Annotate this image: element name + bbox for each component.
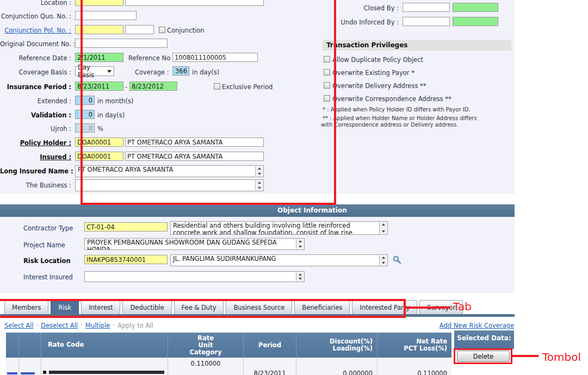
- risk-location-label: Risk Location: [23, 257, 71, 265]
- interest-insured-label: Interest Insured: [23, 273, 73, 281]
- annotation-box-tabs: [0, 299, 406, 318]
- overwrite-existing-payor-label: Overwrite Existing Payor *: [332, 69, 414, 77]
- contractor-type-code-input[interactable]: [84, 222, 168, 232]
- table-row-period-cell: 8/23/2011: [244, 358, 296, 375]
- annotation-box-form: [81, 0, 336, 205]
- rate-unit-category-value: 0.110000: [191, 360, 221, 367]
- object-information-panel: Contractor Type Residential and others b…: [0, 217, 515, 293]
- table-row-action-cell[interactable]: [19, 358, 41, 375]
- scroll-spinner-icon[interactable]: [296, 272, 304, 281]
- insured-link[interactable]: Insured: [0, 153, 71, 161]
- closed-by-date-box: [453, 3, 498, 12]
- conjunction-pol-no-link[interactable]: Conjunction Pol. No.: [0, 27, 71, 34]
- reference-date-label: Reference Date: [0, 54, 71, 62]
- loading-header-line: Loading(%): [296, 345, 373, 352]
- table-row-rate-unit-category-cell: 0.110000: [168, 358, 244, 375]
- scroll-spinner-icon[interactable]: [379, 255, 387, 265]
- the-business-label: The Business: [0, 182, 71, 189]
- scroll-spinner-icon[interactable]: [379, 222, 387, 234]
- project-name-label: Project Name: [23, 241, 65, 249]
- location-label: Location: [0, 0, 71, 7]
- risk-table-header-action-col: [19, 333, 41, 358]
- table-row-net-rate-cell: 0.110000: [377, 358, 451, 375]
- pct-loss-header-line: PCT Loss(%): [377, 345, 447, 352]
- risk-location-address-textarea[interactable]: JL. PANGLIMA SUDIRMANKUPANG: [170, 254, 388, 266]
- policy-holder-link[interactable]: Policy Holder: [0, 139, 71, 147]
- risk-location-address: JL. PANGLIMA SUDIRMANKUPANG: [173, 255, 276, 262]
- multiple-link[interactable]: Multiple: [85, 322, 110, 329]
- extended-label: Extended: [0, 97, 71, 105]
- scroll-spinner-icon[interactable]: [296, 239, 304, 249]
- table-row-select-cell[interactable]: [6, 358, 19, 375]
- table-row-rate-code-cell: [41, 358, 168, 375]
- annotation-tab-label: Tab: [453, 300, 472, 313]
- annotation-box-delete: [454, 348, 512, 364]
- long-insured-name-label: Long Insured Name: [0, 167, 71, 175]
- annotation-line-tombol: [512, 355, 539, 357]
- object-information-title: Object Information: [277, 207, 347, 214]
- annotation-line-tab: [406, 307, 450, 309]
- insurance-period-label: Insurance Period: [0, 83, 71, 91]
- privilege-note-2: ** : Applied when Holder Name or Holder …: [323, 115, 477, 121]
- category-header-line: Category: [168, 349, 243, 356]
- original-document-no-label: Original Document No.: [0, 40, 71, 48]
- risk-table-header-period: Period: [244, 333, 296, 358]
- discount-value: 0.000000: [343, 370, 373, 375]
- closed-by-input[interactable]: [403, 3, 450, 12]
- risk-location-code-input[interactable]: [84, 255, 168, 264]
- table-row-discount-cell: 0.000000: [296, 358, 377, 375]
- selected-data-header: Selected Data:: [454, 330, 514, 349]
- contractor-type-description: Residential and others building involvin…: [173, 222, 352, 235]
- privilege-note-1: * : Applied when Policy Holder ID differ…: [323, 107, 471, 112]
- annotation-tombol-label: Tombol: [542, 351, 581, 364]
- conjunction-quo-no-label: Conjunction Quo. No.: [0, 12, 71, 20]
- undo-inforced-by-date-box: [453, 17, 498, 26]
- clipped-row-fragment: [21, 372, 35, 374]
- list-toolbar: Select All·Deselect All·Multiple·Apply t…: [4, 322, 153, 329]
- policy-entry-screen: Location Conjunction Quo. No. Conjunctio…: [0, 0, 588, 375]
- contractor-type-label: Contractor Type: [23, 224, 73, 232]
- overwrite-correspondence-address-label: Overwrite Correspondence Address **: [332, 95, 451, 103]
- risk-table-header-net-rate: Net Rate PCT Loss(%): [377, 333, 451, 358]
- clipped-row-fragment: [7, 372, 17, 374]
- risk-table-header-select-col: [6, 333, 19, 358]
- period-value: 8/23/2011: [254, 370, 286, 375]
- privilege-note-2b: with Correspondence address or Delivery …: [321, 122, 458, 128]
- period-header-text: Period: [258, 341, 281, 349]
- validation-label: Validation: [0, 111, 71, 119]
- add-new-risk-coverage-link[interactable]: Add New Risk Coverage: [440, 322, 514, 329]
- coverage-basis-label: Coverage Basis: [0, 68, 71, 76]
- select-all-link[interactable]: Select All: [4, 322, 33, 329]
- allow-duplicate-policy-object-label: Allow Duplicate Policy Object: [332, 56, 423, 64]
- overwrite-delivery-address-label: Overwrite Delivery Address **: [332, 82, 426, 90]
- interest-insured-textarea[interactable]: [84, 271, 305, 282]
- project-name-textarea[interactable]: PROYEK PEMBANGUNAN SHOWROOM DAN GUDANG S…: [84, 238, 305, 250]
- search-icon[interactable]: [393, 255, 401, 264]
- object-information-header: Object Information: [0, 204, 515, 217]
- risk-table-header-rate-unit-category: Rate Unit Category: [168, 333, 244, 358]
- undo-inforced-by-input[interactable]: [403, 17, 450, 26]
- transaction-privileges-header: Transaction Privileges: [323, 40, 511, 51]
- net-rate-value: 0.110000: [417, 370, 447, 375]
- apply-to-all-link-disabled: Apply to All: [117, 322, 153, 329]
- risk-table-header-rate-code: Rate Code: [41, 333, 168, 358]
- selected-data-label: Selected Data:: [457, 334, 511, 342]
- rate-code-header-text: Rate Code: [48, 341, 84, 348]
- deselect-all-link[interactable]: Deselect All: [41, 322, 78, 329]
- clipped-row-fragment: [43, 371, 46, 374]
- contractor-type-description-textarea[interactable]: Residential and others building involvin…: [170, 221, 388, 235]
- ujroh-label: Ujroh: [0, 125, 71, 133]
- add-new-risk-coverage-wrap: Add New Risk Coverage: [440, 322, 514, 329]
- clipped-row-fragment: [49, 371, 164, 374]
- risk-table-header-discount-loading: Discount(%) Loading(%): [296, 333, 377, 358]
- project-name-value: PROYEK PEMBANGUNAN SHOWROOM DAN GUDANG S…: [87, 239, 277, 250]
